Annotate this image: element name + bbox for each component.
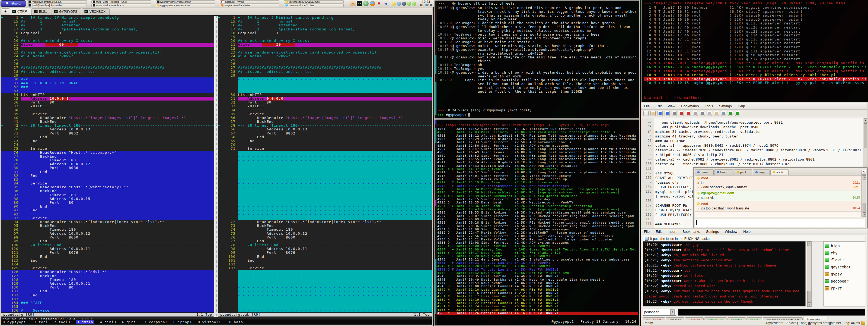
kopete-contact-tab[interactable]: brand...: [714, 169, 734, 175]
copy-icon[interactable]: [707, 111, 712, 116]
irssi-input-line[interactable]: >>> #gypsyops:: [438, 113, 470, 117]
konsole-window-vimdiff[interactable]: ✸ $>CORP$>ELS1$>GYPSYOPS$>VEOHBOX +1+-- …: [0, 7, 433, 326]
nick-list-item[interactable]: eby: [825, 249, 864, 256]
konsole-window-irssi-mutt[interactable]: >>> My hovercraft is full of eels 09:58<…: [434, 0, 640, 326]
konqueror-globe-icon[interactable]: [363, 1, 369, 6]
nick-list-item[interactable]: orm-rf: [825, 285, 864, 292]
menu-tools[interactable]: Tools: [705, 104, 713, 109]
screen-window-item[interactable]: 8 ipcop1: [173, 320, 192, 324]
firefox-icon[interactable]: [370, 1, 375, 6]
konsole-scrollbar[interactable]: [435, 1, 437, 325]
nick-list-item[interactable]: pedobear: [825, 278, 864, 285]
kopete-bulb-tray-icon[interactable]: [392, 2, 396, 6]
kopete-chat-window[interactable]: dane....brand...paul....larry...voot/...…: [693, 167, 867, 229]
screen-window-item[interactable]: 3 dmzlb: [76, 320, 94, 324]
scrollbar-thumb[interactable]: [807, 291, 811, 302]
taskbar-window-button[interactable]: Gezata - Skype™ Chat: [284, 4, 344, 7]
taskbar-window-button[interactable]: Mutt - Shell - Konsole - Shell -: [91, 0, 151, 3]
close-tab-button[interactable]: ✕: [861, 170, 866, 175]
save-icon[interactable]: [657, 111, 663, 116]
zoom-in-icon[interactable]: [728, 111, 733, 116]
konsole-tab-veohbox[interactable]: $>VEOHBOX: [82, 8, 110, 15]
clock[interactable]: 10:24 01/18/08: [418, 0, 434, 7]
screen-window-item[interactable]: 2 tool3: [54, 320, 70, 324]
scrollbar-thumb[interactable]: [863, 203, 866, 213]
terminal-vimdiff[interactable]: +1+-- 14 lines: ## Minimal sample pound.…: [1, 15, 432, 325]
nick-list-item[interactable]: bigb: [825, 242, 864, 249]
open-folder-icon[interactable]: [650, 111, 656, 116]
menu-file[interactable]: File: [644, 104, 650, 109]
konsole-window-mutt-els1[interactable]: >>> imaps://mail.aresgate.net/INBOX.Work…: [641, 0, 868, 103]
menu-bookmarks[interactable]: Bookmarks: [682, 229, 700, 234]
scroll-down-icon[interactable]: ▼: [863, 213, 866, 217]
kopete-contact-tab[interactable]: dane....: [695, 169, 714, 175]
nick-list-item[interactable]: flavi1: [825, 256, 864, 264]
taskbar-window-button[interactable]: [vladi@veohbox] /home/vlad: [27, 4, 87, 7]
menu-file[interactable]: File: [644, 229, 650, 234]
kopete-message-input[interactable]: [695, 219, 866, 227]
menu-window[interactable]: Window: [725, 229, 737, 234]
taskbar-window-button[interactable]: [vgergov@dmzlb] /etc/poun: [27, 0, 87, 3]
nickname-selector[interactable]: pedobear▼: [643, 308, 676, 316]
konversation-tray-icon[interactable]: [397, 2, 401, 6]
skype-online-icon[interactable]: [407, 2, 411, 6]
vim-vertical-split[interactable]: [214, 16, 218, 317]
taskbar-window-button[interactable]: [vgergov@mx1.veoh.com] /h: [156, 0, 215, 3]
taskbar-window-button[interactable]: notes.txt - KWrite: [220, 0, 279, 3]
scroll-down-icon[interactable]: ▼: [807, 302, 811, 307]
screen-region-splitter[interactable]: [435, 118, 639, 119]
konversation-window[interactable]: FileEditInsertBookmarksSettingsWindowHel…: [641, 228, 868, 326]
paste-icon[interactable]: [714, 111, 719, 116]
undo-icon[interactable]: [686, 111, 691, 116]
menu-insert[interactable]: Insert: [668, 229, 677, 234]
new-document-icon[interactable]: [643, 111, 649, 116]
redo-icon[interactable]: [693, 111, 698, 116]
kopete-contact-tab[interactable]: larry...: [753, 169, 770, 175]
taskbar-window-button[interactable]: Mutt - Shell - Konsole <2>: [91, 4, 151, 7]
panel-hide-arrow-icon[interactable]: ◀: [383, 1, 388, 6]
screen-window-item[interactable]: 0 gypsyops1: [3, 320, 28, 324]
menu-help[interactable]: Help: [738, 104, 745, 109]
kopete-scrollbar[interactable]: ▲ ▼: [862, 175, 866, 217]
screen-window-item[interactable]: 7 corpvpn1: [144, 320, 167, 324]
menu-bookmarks[interactable]: Bookmarks: [681, 104, 699, 109]
scroll-up-icon[interactable]: ▲: [807, 242, 811, 246]
amarok-heart-icon[interactable]: ♥: [376, 1, 382, 6]
screen-window-item[interactable]: 4 gini3: [100, 320, 116, 324]
print-icon[interactable]: [672, 111, 677, 116]
thunderbird-tray-icon[interactable]: [402, 2, 406, 6]
scrollbar-thumb[interactable]: [864, 123, 867, 148]
chat-scrollbar[interactable]: ▲ ▼: [807, 241, 812, 307]
scroll-up-icon[interactable]: ▲: [864, 118, 867, 123]
menu-edit[interactable]: Edit: [656, 104, 661, 109]
find-icon[interactable]: [721, 111, 726, 116]
cut-icon[interactable]: [700, 111, 705, 116]
screen-window-item[interactable]: 10 bash: [227, 320, 243, 324]
konsole-tab-gypsyops[interactable]: $>GYPSYOPS: [52, 8, 82, 15]
kopete-contact-tab[interactable]: voot/...: [770, 169, 788, 175]
save-as-icon[interactable]: [664, 111, 670, 116]
konsole-tab-els1[interactable]: $>ELS1: [31, 8, 51, 15]
kopete-contact-tab[interactable]: paul....: [734, 169, 752, 175]
screen-window-item[interactable]: 9 wlstool1: [198, 320, 221, 324]
konsole-tab-corp[interactable]: $>CORP: [10, 8, 31, 15]
irc-message-input[interactable]: [678, 308, 865, 316]
close-icon[interactable]: [679, 111, 684, 116]
skype-online-icon-2[interactable]: [412, 2, 416, 6]
screen-window-item[interactable]: 6 gini1: [122, 320, 138, 324]
taskbar-window-button[interactable]: voot/Meebo2D99CB6E (Onli: [284, 0, 344, 3]
konsole-icon[interactable]: $>: [357, 1, 362, 6]
taskbar-window-button[interactable]: #gypsytears - Konversation: [156, 4, 215, 7]
zoom-out-icon[interactable]: [735, 111, 740, 116]
nick-list-item[interactable]: gaysexbot: [825, 264, 864, 271]
menu-settings[interactable]: Settings: [719, 104, 732, 109]
home-icon[interactable]: ⌂: [350, 1, 355, 6]
scroll-up-icon[interactable]: ▲: [863, 175, 866, 180]
kmenu-button[interactable]: Menu: [1, 0, 26, 7]
menu-view[interactable]: View: [668, 104, 675, 109]
menu-settings[interactable]: Settings: [706, 229, 719, 234]
new-session-button[interactable]: ✸: [2, 8, 9, 15]
menu-help[interactable]: Help: [743, 229, 750, 234]
nick-list-item[interactable]: ogypsy: [825, 271, 864, 278]
taskbar-window-button[interactable]: Nagios - Mozilla Firefox: [220, 4, 279, 7]
